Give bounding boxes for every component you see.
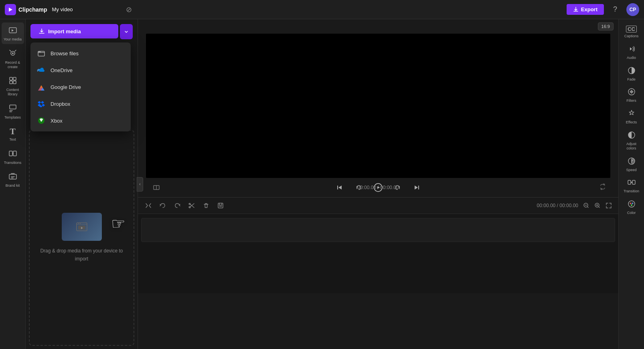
google-drive-icon [37, 83, 46, 91]
svg-rect-20 [337, 186, 338, 190]
undo-button[interactable] [157, 200, 168, 211]
media-panel: Import media Browse files [26, 19, 138, 349]
svg-rect-33 [628, 180, 631, 184]
right-tool-speed[interactable]: Speed [620, 154, 643, 175]
sidebar-item-label-record: Record & create [3, 61, 22, 69]
right-tool-audio[interactable]: Audio [620, 42, 643, 63]
split-button[interactable] [150, 181, 163, 194]
sidebar-item-record-create[interactable]: Record & create [2, 46, 24, 72]
import-media-button[interactable]: Import media [30, 24, 118, 38]
effects-icon [628, 109, 636, 119]
sidebar-item-transitions[interactable]: Transitions [2, 146, 24, 167]
sidebar-item-your-media[interactable]: Your media [2, 22, 24, 44]
brand-kit-icon [8, 172, 17, 182]
sidebar-item-label-content: Content library [3, 88, 22, 97]
skip-back-button[interactable] [333, 181, 346, 194]
app-logo: Clipchamp [5, 4, 47, 15]
dropbox-icon [37, 99, 46, 108]
playback-controls-row: 00:00.00 / 00:00.00 [138, 178, 618, 197]
zoom-out-button[interactable] [581, 201, 591, 210]
right-tool-transition[interactable]: Transition [620, 175, 643, 196]
content-library-icon [8, 76, 17, 86]
media-drop-zone[interactable]: Drag & drop media from your device to im… [29, 130, 134, 346]
skip-forward-button[interactable] [410, 181, 423, 194]
right-tool-color[interactable]: Color [620, 197, 643, 218]
dropdown-item-xbox[interactable]: Xbox [30, 112, 131, 129]
topbar-right: Export ? CP [567, 3, 639, 16]
timeline-zoom-controls [581, 201, 614, 210]
sidebar-item-content-library[interactable]: Content library [2, 73, 24, 99]
your-media-icon [8, 26, 17, 36]
transition-icon [628, 178, 636, 188]
svg-rect-9 [9, 151, 12, 156]
loop-button[interactable] [599, 183, 606, 192]
svg-rect-7 [13, 81, 16, 84]
main-area: Your media Record & create [0, 19, 644, 349]
fade-icon [628, 67, 636, 76]
sidebar-item-templates[interactable]: Templates [2, 101, 24, 122]
logo-icon [5, 4, 16, 15]
svg-rect-25 [218, 203, 223, 208]
sidebar-item-brand-kit[interactable]: Brand kit [2, 169, 24, 190]
aspect-ratio-button[interactable]: 16:9 [598, 22, 614, 30]
timeline-time: 00:00.00 / 00:00.00 [537, 203, 578, 208]
transitions-icon [8, 149, 17, 159]
left-nav: Your media Record & create [0, 19, 26, 349]
video-title-input[interactable] [52, 6, 119, 12]
avatar-button[interactable]: CP [626, 3, 639, 16]
text-icon: T [10, 127, 16, 136]
redo-button[interactable] [172, 200, 183, 211]
right-tool-fade[interactable]: Fade [620, 63, 643, 84]
audio-icon [628, 45, 636, 54]
help-button[interactable]: ? [609, 3, 622, 16]
svg-rect-8 [10, 105, 16, 109]
right-tool-filters[interactable]: Filters [620, 85, 643, 105]
sidebar-item-label-transitions: Transitions [4, 161, 22, 165]
svg-point-38 [631, 204, 632, 206]
import-dropdown-menu: Browse files OneDrive [30, 42, 131, 131]
record-icon [8, 49, 17, 59]
dropdown-item-browse-files[interactable]: Browse files [30, 45, 131, 62]
captions-icon: CC [626, 26, 637, 32]
browse-files-icon [37, 49, 46, 58]
speed-icon [628, 157, 636, 166]
right-tool-adjust-colors[interactable]: Adjust colors [620, 128, 643, 153]
preview-canvas [146, 34, 610, 178]
split-clip-button[interactable] [143, 200, 154, 211]
svg-point-14 [41, 120, 43, 122]
export-button[interactable]: Export [567, 4, 604, 15]
svg-rect-4 [10, 77, 12, 80]
import-media-dropdown-button[interactable] [120, 24, 133, 39]
dropdown-item-google-drive[interactable]: Google Drive [30, 79, 131, 95]
right-tool-effects[interactable]: Effects [620, 106, 643, 127]
preview-area: 16:9 [138, 19, 618, 349]
timeline-track [141, 218, 615, 242]
dropdown-item-dropbox[interactable]: Dropbox [30, 95, 131, 112]
svg-rect-6 [10, 81, 12, 84]
right-tool-captions[interactable]: CC Captions [620, 22, 643, 41]
dropdown-item-onedrive[interactable]: OneDrive [30, 62, 131, 79]
zoom-in-button[interactable] [593, 201, 602, 210]
sidebar-item-label-text: Text [9, 137, 16, 142]
svg-point-16 [78, 223, 79, 224]
app-name: Clipchamp [18, 6, 47, 13]
sidebar-item-label-templates: Templates [4, 115, 21, 120]
timeline-content [138, 214, 618, 293]
svg-point-37 [632, 203, 633, 204]
drag-drop-label: Drag & drop media from your device to im… [38, 247, 126, 262]
save-frame-button[interactable] [215, 200, 226, 211]
adjust-colors-icon [628, 131, 636, 140]
sidebar-item-text[interactable]: T Text [2, 124, 24, 144]
color-icon [628, 200, 636, 209]
fit-button[interactable] [604, 201, 614, 210]
cut-button[interactable] [186, 200, 197, 211]
playback-time: 00:00.00 / 00:00.00 [357, 185, 399, 190]
sidebar-item-label-brand: Brand kit [6, 184, 20, 188]
svg-rect-10 [13, 151, 16, 156]
import-btn-row: Import media [26, 19, 138, 42]
svg-point-3 [12, 52, 14, 54]
svg-rect-34 [632, 180, 635, 184]
collapse-panel-button[interactable]: ‹ [137, 177, 143, 192]
delete-button[interactable] [200, 200, 212, 211]
templates-icon [8, 104, 17, 114]
